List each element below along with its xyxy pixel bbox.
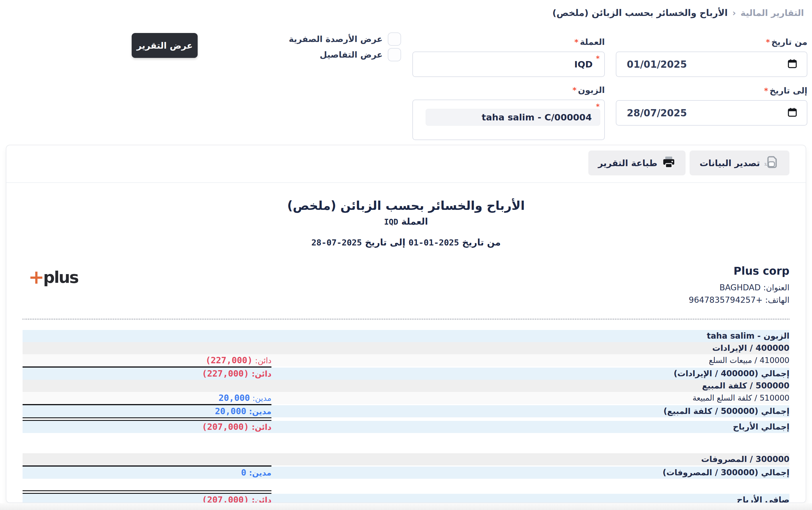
page-bottom-band <box>0 503 812 510</box>
currency-label-text: العملة <box>580 37 605 47</box>
period-to-label: إلى تاريخ <box>365 237 405 248</box>
from-date-label: من تاريخ* <box>616 37 807 47</box>
row-value-side-label: دائن: <box>249 423 271 431</box>
company-address-label: العنوان: <box>763 283 789 292</box>
report-toolbar: XLS تصدير البيانات طباعة التقرير <box>6 145 806 183</box>
company-info: Plus corp العنوان: BAGHDAD الهاتف: +9647… <box>689 265 789 307</box>
row-value-side-label: مدين: <box>250 394 271 403</box>
customer-multiselect[interactable]: * taha salim - C/000004 <box>412 100 605 140</box>
required-asterisk: * <box>574 38 578 47</box>
required-asterisk: * <box>766 38 770 47</box>
table-row: 400000 / الإيرادات <box>23 342 789 354</box>
display-options: عرض الأرصدة الصفرية عرض التفاصيل <box>289 32 401 64</box>
company-phone-label: الهاتف: <box>765 295 789 305</box>
table-row: الزبون - taha salim <box>23 330 789 342</box>
customer-selected-chip[interactable]: taha salim - C/000004 <box>426 109 600 125</box>
row-value-amount: (227,000) <box>205 355 253 365</box>
report-filters: من تاريخ* 01/01/2025 إلى تاريخ* 28/07/20… <box>0 0 812 145</box>
row-label: 500000 / كلفة المبيع <box>271 381 789 391</box>
from-date-input[interactable]: 01/01/2025 <box>616 52 807 77</box>
company-name: Plus corp <box>689 265 789 277</box>
required-asterisk: * <box>596 54 600 62</box>
required-asterisk: * <box>572 86 576 95</box>
row-label: 410000 / مبيعات السلع <box>271 356 789 365</box>
currency-customer-column: العملة* * IQD الزبون* * taha salim - C/0… <box>412 37 605 140</box>
period-from-date: 2025-01-01 <box>409 238 459 248</box>
report-currency-line: العملة IQD <box>23 216 789 227</box>
row-value-amount: 20,000 <box>219 393 250 403</box>
print-report-label: طباعة التقرير <box>598 158 658 168</box>
calendar-icon[interactable] <box>787 58 798 70</box>
printer-icon <box>662 155 676 171</box>
company-block: Plus corp العنوان: BAGHDAD الهاتف: +9647… <box>23 265 789 307</box>
show-report-button[interactable]: عرض التقرير <box>132 33 198 58</box>
table-row: 300000 / المصروفات <box>23 453 789 465</box>
company-phone-value: +9647835794257 <box>689 295 762 305</box>
table-row: إجمالي (400000 / الإيرادات)دائن: (227,00… <box>23 368 789 380</box>
row-label: إجمالي الأرباح <box>271 422 789 431</box>
page: { "breadcrumb": { "parent": "التقارير ال… <box>0 0 812 510</box>
row-value-side-label: مدين: <box>246 468 271 477</box>
period-to-date: 2025-07-28 <box>311 238 362 248</box>
to-date-input[interactable]: 28/07/2025 <box>616 100 807 125</box>
export-data-button[interactable]: XLS تصدير البيانات <box>690 150 789 175</box>
company-phone: الهاتف: +9647835794257 <box>689 294 789 306</box>
table-spacer <box>23 479 789 490</box>
total-rule <box>23 417 271 421</box>
show-details-checkbox[interactable] <box>388 48 401 61</box>
row-value: مدين: 0 <box>23 468 271 478</box>
row-value-side-label: دائن: <box>249 369 271 378</box>
currency-selected-value: IQD <box>574 59 593 69</box>
show-zero-balances-option[interactable]: عرض الأرصدة الصفرية <box>289 32 401 46</box>
show-details-option[interactable]: عرض التفاصيل <box>289 48 401 61</box>
row-value: دائن: (227,000) <box>23 368 271 378</box>
row-label: الزبون - taha salim <box>271 331 789 341</box>
from-date-value: 01/01/2025 <box>627 59 687 70</box>
table-row: إجمالي (500000 / كلفة المبيع)مدين: 20,00… <box>23 405 789 417</box>
print-report-button[interactable]: طباعة التقرير <box>588 150 686 175</box>
from-date-label-text: من تاريخ <box>772 37 807 47</box>
company-address-value: BAGHDAD <box>719 283 760 292</box>
row-label: إجمالي (300000 / المصروفات) <box>271 468 789 477</box>
total-rule <box>23 490 271 494</box>
logo-plus-icon: + <box>28 268 44 287</box>
to-date-label: إلى تاريخ* <box>616 86 807 95</box>
table-row: 500000 / كلفة المبيع <box>23 380 789 392</box>
report-card: XLS تصدير البيانات طباعة التقرير الأرباح… <box>6 145 806 503</box>
report-period-line: من تاريخ 2025-01-01 إلى تاريخ 2025-07-28 <box>23 237 789 248</box>
table-spacer <box>23 433 789 453</box>
xls-file-icon: XLS <box>764 154 780 172</box>
currency-select[interactable]: * IQD <box>412 52 605 77</box>
report-title: الأرباح والخسائر بحسب الزبائن (ملخص) <box>23 199 789 213</box>
report-body: الأرباح والخسائر بحسب الزبائن (ملخص) الع… <box>6 199 806 503</box>
to-date-value: 28/07/2025 <box>627 107 687 119</box>
row-label: إجمالي (500000 / كلفة المبيع) <box>271 406 789 416</box>
row-value-side-label: دائن: <box>249 495 271 503</box>
company-address: العنوان: BAGHDAD <box>689 281 789 294</box>
row-label: إجمالي (400000 / الإيرادات) <box>271 369 789 378</box>
show-zero-balances-checkbox[interactable] <box>388 32 401 46</box>
table-row: إجمالي الأرباحدائن: (207,000) <box>23 421 789 433</box>
calendar-icon[interactable] <box>787 107 798 119</box>
row-value: مدين: 20,000 <box>23 393 271 403</box>
table-row: 510000 / كلفة السلع المبيعةمدين: 20,000 <box>23 392 789 404</box>
report-currency-code: IQD <box>384 217 398 226</box>
row-value: دائن: (207,000) <box>23 495 271 503</box>
table-row: إجمالي (300000 / المصروفات)مدين: 0 <box>23 466 789 479</box>
row-value-side-label: دائن: <box>253 356 271 365</box>
currency-label: العملة* <box>412 37 605 47</box>
to-date-label-text: إلى تاريخ <box>770 86 807 95</box>
row-value-amount: (227,000) <box>202 368 249 378</box>
table-row: 410000 / مبيعات السلعدائن: (227,000) <box>23 354 789 366</box>
dashed-divider <box>23 319 789 319</box>
logo-text: plus <box>43 269 78 285</box>
row-label: 400000 / الإيرادات <box>271 343 789 353</box>
row-value-amount: 20,000 <box>215 406 246 416</box>
row-label: صافي الأرباح <box>271 495 789 503</box>
row-value: مدين: 20,000 <box>23 406 271 416</box>
required-asterisk: * <box>596 103 600 111</box>
row-value-amount: (207,000) <box>202 422 249 432</box>
row-value-side-label: مدين: <box>246 407 271 416</box>
row-value: دائن: (227,000) <box>23 355 271 365</box>
row-label: 300000 / المصروفات <box>271 454 789 464</box>
